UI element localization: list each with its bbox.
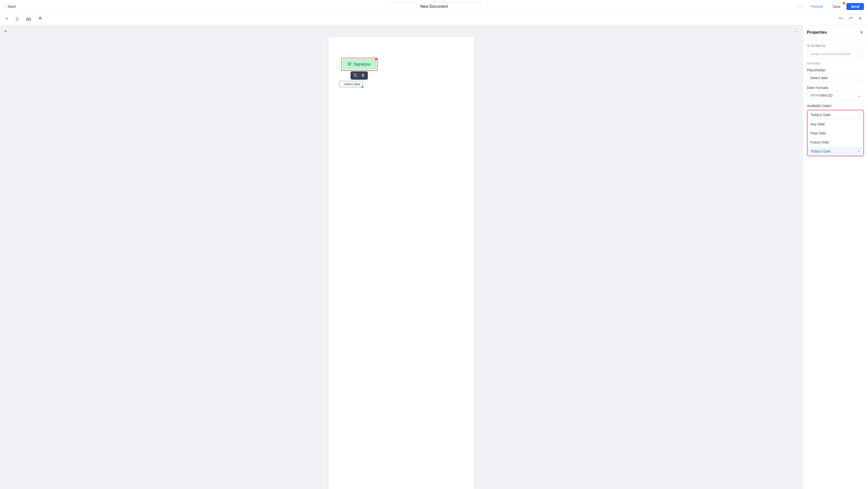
copy-field-button[interactable]: [352, 73, 358, 79]
svg-rect-2: [355, 75, 357, 77]
options-section: OPTIONS Placeholder Date Formats YYYY-MM…: [803, 62, 868, 104]
available-dates-selected[interactable]: Today's Date ⌄: [807, 110, 864, 120]
more-options-button[interactable]: ⋯: [796, 2, 805, 10]
canvas-toolbar: + ⋯: [0, 25, 803, 38]
undo-button[interactable]: [837, 15, 845, 23]
canvas-more-icon: ⋯: [794, 29, 799, 34]
signature-label: Signature: [353, 62, 371, 66]
document-title-input[interactable]: [386, 2, 482, 10]
placeholder-input[interactable]: [807, 74, 864, 82]
available-dates-section: Available Dates Today's Date ⌄ Any Date …: [803, 104, 868, 156]
variable-icon: {x}: [26, 17, 31, 21]
signature-field[interactable]: Signature: [343, 59, 376, 69]
save-button[interactable]: Save: [829, 3, 844, 10]
notification-dot: [843, 2, 845, 4]
pencil-icon: [348, 62, 351, 66]
panel-title: Properties: [807, 30, 827, 35]
main-layout: + ⋯ Signat: [0, 25, 868, 489]
toolbar-left: + 🗋 {x}: [4, 15, 44, 23]
settings-icon: [858, 16, 863, 22]
date-format-label: Date Formats: [807, 86, 864, 90]
delete-field-button[interactable]: [361, 73, 366, 79]
header: ‹ Back ⋯ Preview Save Send: [0, 0, 868, 13]
variable-tool-button[interactable]: {x}: [25, 16, 33, 23]
toolbar-right: [837, 15, 864, 23]
properties-panel: Properties ✕ To be filled by Assign reci…: [803, 25, 868, 489]
past-date-label: Past Date: [810, 131, 826, 135]
available-dates-label: Available Dates: [807, 104, 864, 108]
delete-icon: [362, 74, 365, 78]
add-icon: +: [5, 16, 8, 22]
send-button[interactable]: Send: [846, 3, 864, 10]
header-right: ⋯ Preview Save Send: [796, 2, 864, 10]
date-format-value: YYYY-MM-DD: [810, 93, 833, 97]
date-field-icon: □: [341, 83, 343, 86]
document-area: Signature: [0, 38, 803, 489]
save-label: Save: [833, 4, 841, 8]
filled-by-section: To be filled by Assign recipient to text…: [803, 40, 868, 62]
date-options-list: Any Date Past Date Future Date Today's D…: [807, 120, 864, 156]
date-corner-dot: [362, 86, 364, 88]
redo-button[interactable]: [847, 15, 855, 23]
settings-button[interactable]: [857, 15, 864, 23]
options-label: OPTIONS: [807, 62, 864, 65]
future-date-label: Future Date: [810, 140, 829, 144]
file-tool-button[interactable]: 🗋: [14, 15, 21, 23]
canvas-area: + ⋯ Signat: [0, 25, 803, 489]
date-field-label: Select date: [344, 82, 361, 86]
option-todays-date[interactable]: Today's Date ✓: [807, 147, 864, 156]
canvas-more-button[interactable]: ⋯: [794, 29, 799, 34]
option-past-date[interactable]: Past Date: [807, 129, 864, 138]
file-icon: 🗋: [15, 17, 19, 21]
back-arrow-icon: ‹: [6, 4, 7, 8]
corner-dot-top-right: [375, 58, 377, 60]
available-dates-dropdown-wrapper: Today's Date ⌄ Any Date Past Date Future…: [807, 110, 864, 156]
back-label: Back: [8, 4, 16, 8]
add-page-icon: +: [4, 28, 7, 34]
back-button[interactable]: ‹ Back: [4, 3, 18, 9]
header-center: [386, 2, 482, 10]
document-page: Signature: [329, 38, 474, 489]
svg-point-0: [39, 17, 41, 18]
header-left: ‹ Back: [4, 3, 18, 9]
redo-icon: [848, 16, 853, 22]
action-separator: [359, 74, 360, 78]
option-future-date[interactable]: Future Date: [807, 138, 864, 147]
placeholder-field: Placeholder: [807, 68, 864, 82]
recipient-placeholder: Assign recipient to text field: [810, 52, 850, 56]
filled-by-label: To be filled by: [807, 44, 864, 48]
close-icon: ✕: [860, 30, 864, 35]
person-tool-button[interactable]: [36, 15, 44, 23]
placeholder-label: Placeholder: [807, 68, 864, 72]
undo-icon: [839, 16, 843, 22]
panel-header: Properties ✕: [803, 25, 868, 40]
todays-date-label: Today's Date: [810, 149, 831, 153]
field-actions-popup: [351, 71, 368, 80]
person-icon: [38, 16, 42, 22]
recipient-dropdown[interactable]: Assign recipient to text field ⌄: [807, 50, 864, 58]
preview-button[interactable]: Preview: [807, 3, 827, 10]
svg-point-1: [860, 18, 861, 19]
date-format-dropdown[interactable]: YYYY-MM-DD ⌄: [807, 91, 864, 100]
date-field[interactable]: □ Select date: [339, 81, 363, 87]
close-panel-button[interactable]: ✕: [859, 29, 864, 36]
date-format-chevron-icon: ⌄: [858, 93, 861, 97]
add-tool-button[interactable]: +: [4, 15, 10, 23]
check-icon: ✓: [858, 149, 861, 153]
field-container: Signature: [341, 58, 377, 71]
copy-icon: [353, 74, 357, 78]
toolbar: + 🗋 {x}: [0, 13, 868, 25]
add-page-button[interactable]: +: [4, 28, 7, 35]
any-date-label: Any Date: [810, 122, 825, 126]
option-any-date[interactable]: Any Date: [807, 120, 864, 129]
date-format-field: Date Formats YYYY-MM-DD ⌄: [807, 86, 864, 100]
selected-date-option: Today's Date: [810, 113, 831, 117]
recipient-chevron-icon: ⌄: [858, 52, 861, 56]
avail-chevron-icon: ⌄: [858, 113, 861, 117]
